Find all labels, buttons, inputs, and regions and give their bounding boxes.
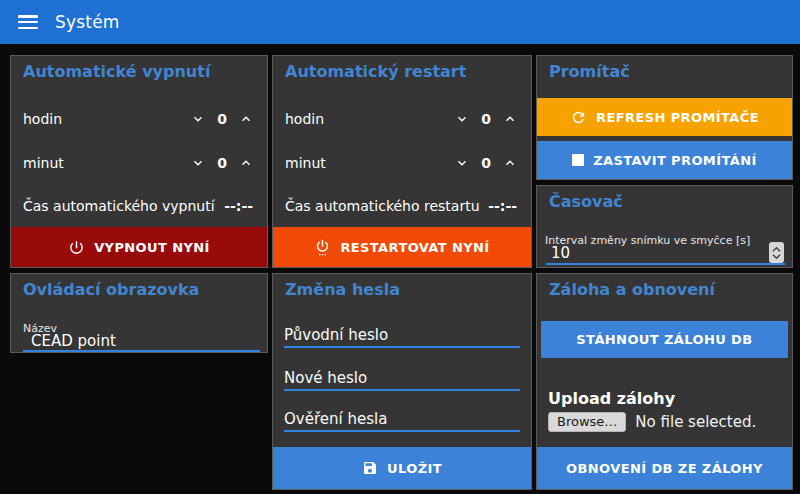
interval-underline [546,263,785,265]
chevron-up-icon[interactable] [238,111,254,127]
panel-title-timer: Časovač [549,192,623,211]
restart-hours-row: hodin 0 [273,105,531,133]
hours-value: 0 [217,111,227,127]
name-underline [23,350,260,352]
panel-auto-restart: Automatický restart hodin 0 minut 0 [272,55,532,268]
hours-label: hodin [285,111,324,127]
stop-projection-button[interactable]: ZASTAVIT PROMÍTÁNÍ [537,141,792,179]
restore-backup-button[interactable]: OBNOVENÍ DB ZE ZÁLOHY [537,447,792,489]
panel-title-control-screen: Ovládací obrazovka [23,280,199,299]
chevron-down-icon[interactable] [454,155,470,171]
restart-now-button[interactable]: RESTARTOVAT NYNÍ [273,227,531,267]
panel-timer: Časovač Interval změny snímku ve smyčce … [536,185,793,268]
app-title: Systém [55,12,120,32]
stop-icon [572,154,584,166]
restart-now-label: RESTARTOVAT NYNÍ [340,240,489,255]
stepper-up-icon [772,246,781,253]
verify-password-label: Ověření hesla [284,410,387,428]
chevron-down-icon[interactable] [454,111,470,127]
chevron-down-icon[interactable] [190,155,206,171]
restart-time-value: --:-- [488,198,517,214]
restart-time-label: Čas automatického restartu [285,198,480,214]
verify-password-field[interactable]: Ověření hesla [284,410,520,432]
file-input-row: Browse… No file selected. [548,412,756,432]
download-backup-button[interactable]: STÁHNOUT ZÁLOHU DB [541,321,788,358]
restart-minutes-row: minut 0 [273,149,531,177]
chevron-up-icon[interactable] [238,155,254,171]
shutdown-time-value: --:-- [224,198,253,214]
new-password-field[interactable]: Nové heslo [284,369,520,391]
name-input[interactable] [31,332,251,350]
old-password-label: Původní heslo [284,326,388,344]
interval-input[interactable] [551,244,691,262]
menu-icon[interactable] [18,15,38,29]
refresh-projector-button[interactable]: REFRESH PROMÍTAČE [537,98,792,136]
screen: Systém Automatické vypnutí hodin 0 minut [0,0,800,494]
old-password-field[interactable]: Původní heslo [284,326,520,348]
restart-time-row: Čas automatického restartu --:-- [273,192,531,220]
save-password-label: ULOŽIT [387,461,442,476]
browse-button[interactable]: Browse… [548,412,626,432]
chevron-up-icon[interactable] [502,111,518,127]
power-icon [68,239,85,256]
stop-projection-label: ZASTAVIT PROMÍTÁNÍ [593,153,756,168]
panel-control-screen: Ovládací obrazovka Název [10,273,268,353]
shutdown-time-label: Čas automatického vypnutí [23,198,215,214]
upload-backup-label: Upload zálohy [548,389,675,408]
minutes-value: 0 [481,155,491,171]
panel-password: Změna hesla Původní heslo Nové heslo Ově… [272,273,532,490]
app-bar: Systém [0,0,800,44]
chevron-up-icon[interactable] [502,155,518,171]
panel-title-backup: Záloha a obnovení [549,280,715,299]
minutes-value: 0 [217,155,227,171]
save-icon [362,460,378,476]
restore-backup-label: OBNOVENÍ DB ZE ZÁLOHY [566,461,763,476]
panel-title-auto-shutdown: Automatické vypnutí [23,62,210,81]
refresh-projector-label: REFRESH PROMÍTAČE [596,110,759,125]
panel-projector: Promítač REFRESH PROMÍTAČE ZASTAVIT PROM… [536,55,793,180]
hours-label: hodin [23,111,62,127]
shutdown-hours-row: hodin 0 [11,105,267,133]
settings-power-icon [314,238,331,257]
panel-backup: Záloha a obnovení STÁHNOUT ZÁLOHU DB Upl… [536,273,793,490]
new-password-label: Nové heslo [284,369,367,387]
save-password-button[interactable]: ULOŽIT [273,447,531,489]
number-stepper[interactable] [769,242,784,263]
minutes-label: minut [285,155,326,171]
panel-title-projector: Promítač [549,62,630,81]
minutes-label: minut [23,155,64,171]
download-backup-label: STÁHNOUT ZÁLOHU DB [576,332,752,347]
panel-title-auto-restart: Automatický restart [285,62,466,81]
chevron-down-icon[interactable] [190,111,206,127]
hours-value: 0 [481,111,491,127]
refresh-icon [570,109,587,126]
shutdown-minutes-row: minut 0 [11,149,267,177]
shutdown-now-label: VYPNOUT NYNÍ [94,240,210,255]
stepper-down-icon [772,253,781,260]
shutdown-time-row: Čas automatického vypnutí --:-- [11,192,267,220]
shutdown-now-button[interactable]: VYPNOUT NYNÍ [11,227,267,267]
panel-auto-shutdown: Automatické vypnutí hodin 0 minut 0 [10,55,268,268]
panel-title-password: Změna hesla [285,280,400,299]
file-status: No file selected. [635,413,756,431]
